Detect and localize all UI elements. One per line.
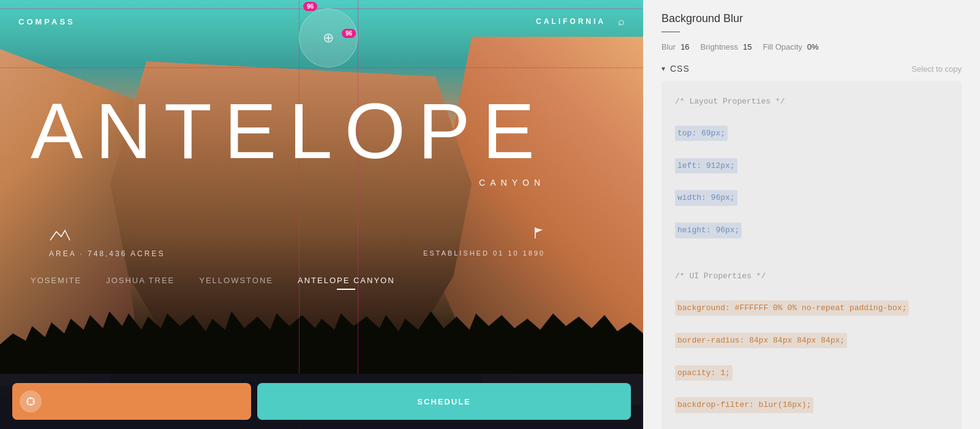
svg-marker-1: [536, 228, 543, 233]
tab-antelope-canyon[interactable]: ANTELOPE CANYON: [298, 276, 395, 290]
css-comment-ui: /* UI Properties */: [675, 269, 948, 283]
nav-california-label: CALIFORNIA: [536, 17, 606, 26]
design-preview: COMPASS CALIFORNIA ⌕ ⊕ 96 96 ANTELOPE CA…: [0, 0, 643, 429]
svg-rect-0: [535, 227, 536, 238]
nav-right: CALIFORNIA ⌕: [536, 15, 625, 28]
main-title: ANTELOPE: [31, 86, 547, 176]
tab-yellowstone[interactable]: YELLOWSTONE: [199, 276, 273, 290]
css-opacity: opacity: 1;: [675, 365, 948, 381]
css-section-header: ▾ CSS Select to copy: [662, 64, 962, 74]
select-to-copy-button[interactable]: Select to copy: [911, 64, 962, 74]
nav-compass-label: COMPASS: [18, 17, 75, 26]
css-top: top: 69px;: [675, 126, 948, 141]
chevron-down-icon[interactable]: ▾: [662, 64, 665, 73]
established-label: ESTABLISHED 01 10 1890: [423, 249, 545, 257]
css-width: width: 96px;: [675, 190, 948, 205]
tab-active-underline: [337, 289, 355, 290]
fill-opacity-label: Fill Opacity: [763, 42, 802, 51]
tab-joshua-tree[interactable]: JOSHUA TREE: [106, 276, 175, 290]
panel-title-underline: [662, 31, 680, 32]
css-section-label: CSS: [670, 64, 690, 74]
mountain-icon: [49, 227, 165, 245]
css-left: left: 912px;: [675, 158, 948, 173]
brightness-label: Brightness: [701, 42, 738, 51]
css-height: height: 96px;: [675, 222, 948, 238]
blur-label: Blur: [662, 42, 676, 51]
blur-value: 16: [680, 42, 689, 51]
css-backdrop-filter: backdrop-filter: blur(16px);: [675, 397, 948, 412]
blur-circle-element[interactable]: ⊕: [299, 9, 358, 67]
compass-circle-icon: ⊕: [323, 30, 334, 46]
sub-title: CANYON: [479, 178, 545, 188]
orange-btn-icon: [20, 390, 42, 412]
badge-96-right: 96: [342, 29, 356, 38]
orange-button[interactable]: [12, 383, 251, 420]
search-icon[interactable]: ⌕: [618, 15, 625, 28]
css-comment-layout: /* Layout Properties */: [675, 94, 948, 108]
established-section: ESTABLISHED 01 10 1890: [423, 227, 545, 258]
css-border-radius: border-radius: 84px 84px 84px 84px;: [675, 333, 948, 348]
props-row: Blur 16 Brightness 15 Fill Opacity 0%: [662, 42, 962, 51]
css-background: background: #FFFFFF 0% 0% no-repeat padd…: [675, 300, 948, 316]
brightness-value: 15: [743, 42, 752, 51]
css-code-block[interactable]: /* Layout Properties */ top: 69px; left:…: [662, 81, 962, 429]
flag-icon: [423, 227, 545, 242]
properties-panel: Background Blur Blur 16 Brightness 15 Fi…: [643, 0, 980, 429]
area-label: AREA · 748,436 ACRES: [49, 249, 165, 258]
schedule-label: SCHEDULE: [417, 397, 471, 406]
nav-tabs: YOSEMITE JOSHUA TREE YELLOWSTONE ANTELOP…: [31, 276, 395, 290]
bottom-bar: SCHEDULE: [0, 374, 643, 429]
fill-opacity-value: 0%: [807, 42, 819, 51]
css-section-left: ▾ CSS: [662, 64, 690, 74]
tab-yosemite[interactable]: YOSEMITE: [31, 276, 81, 290]
area-section: AREA · 748,436 ACRES: [49, 227, 165, 258]
panel-title: Background Blur: [662, 12, 962, 25]
badge-96-top: 96: [303, 2, 317, 11]
schedule-button[interactable]: SCHEDULE: [257, 383, 631, 420]
